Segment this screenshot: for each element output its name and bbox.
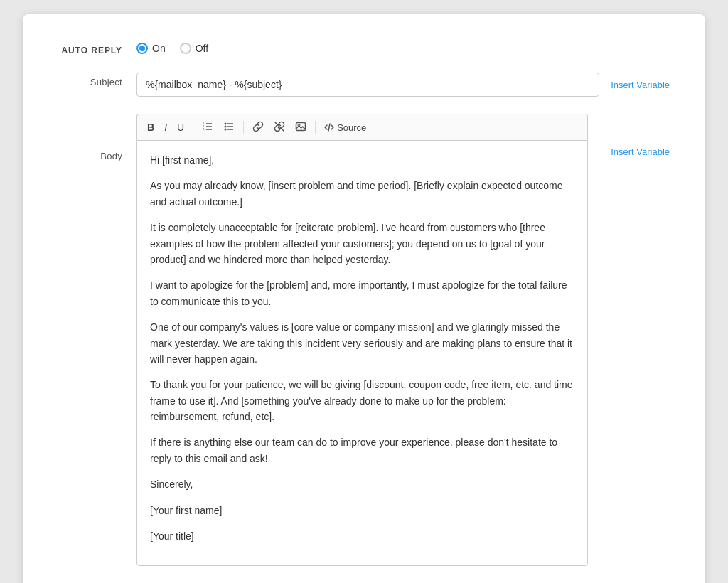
radio-off-circle[interactable] xyxy=(180,43,191,54)
body-paragraph-5: To thank you for your patience, we will … xyxy=(150,377,574,424)
body-editor-wrap: B I U 1. 2. 3. xyxy=(136,114,588,566)
body-row: Body B I U 1. 2. 3. xyxy=(58,114,670,566)
bold-button[interactable]: B xyxy=(143,120,159,134)
unlink-button[interactable] xyxy=(269,119,289,136)
subject-label: Subject xyxy=(58,73,136,87)
toolbar-divider-1 xyxy=(193,121,193,134)
source-button[interactable]: Source xyxy=(320,120,370,135)
source-icon xyxy=(324,122,334,132)
italic-button[interactable]: I xyxy=(160,120,171,134)
body-insert-variable-link[interactable]: Insert Variable xyxy=(611,146,670,157)
body-paragraph-1: As you may already know, [insert problem… xyxy=(150,178,574,210)
subject-row: Subject Insert Variable xyxy=(58,73,670,97)
svg-point-8 xyxy=(225,126,227,128)
subject-insert-variable-link[interactable]: Insert Variable xyxy=(611,80,670,90)
toolbar-divider-2 xyxy=(243,121,244,134)
radio-on-option[interactable]: On xyxy=(136,43,166,54)
body-right-actions: Insert Variable xyxy=(599,146,670,157)
svg-point-10 xyxy=(225,129,227,131)
radio-off-option[interactable]: Off xyxy=(180,43,208,54)
body-paragraph-8: [Your first name] xyxy=(150,503,574,518)
source-label: Source xyxy=(337,122,366,133)
link-button[interactable] xyxy=(248,119,268,136)
body-paragraph-0: Hi [first name], xyxy=(150,152,574,168)
body-paragraph-4: One of our company's values is [core val… xyxy=(150,319,574,367)
toolbar-divider-3 xyxy=(315,121,316,134)
image-button[interactable] xyxy=(291,119,311,136)
link-icon xyxy=(252,121,264,132)
unlink-icon xyxy=(274,121,285,132)
svg-point-6 xyxy=(225,123,227,125)
radio-on-label: On xyxy=(152,43,166,54)
radio-off-label: Off xyxy=(196,43,208,54)
body-paragraph-2: It is completely unacceptable for [reite… xyxy=(150,220,574,267)
ordered-list-button[interactable]: 1. 2. 3. xyxy=(198,119,218,136)
body-paragraph-6: If there is anything else our team can d… xyxy=(150,434,574,466)
unordered-list-icon xyxy=(223,121,235,132)
subject-field-wrap: Insert Variable xyxy=(136,73,670,97)
subject-input[interactable] xyxy=(136,73,599,97)
svg-text:3.: 3. xyxy=(203,127,205,131)
auto-reply-radio-group: On Off xyxy=(136,43,208,54)
main-card: AUTO REPLY On Off Subject Insert Variabl… xyxy=(23,14,705,583)
unordered-list-button[interactable] xyxy=(219,119,239,136)
auto-reply-label: AUTO REPLY xyxy=(58,43,136,55)
body-label: Body xyxy=(58,114,136,161)
editor-content-area[interactable]: Hi [first name], As you may already know… xyxy=(136,140,588,566)
body-paragraph-3: I want to apologize for the [problem] an… xyxy=(150,277,574,309)
underline-button[interactable]: U xyxy=(173,120,188,134)
image-icon xyxy=(295,121,306,132)
auto-reply-row: AUTO REPLY On Off xyxy=(58,43,670,55)
editor-toolbar: B I U 1. 2. 3. xyxy=(136,114,588,140)
ordered-list-icon: 1. 2. 3. xyxy=(202,121,213,132)
body-paragraph-9: [Your title] xyxy=(150,528,574,544)
radio-on-circle[interactable] xyxy=(136,43,148,54)
body-paragraph-7: Sincerely, xyxy=(150,476,574,492)
